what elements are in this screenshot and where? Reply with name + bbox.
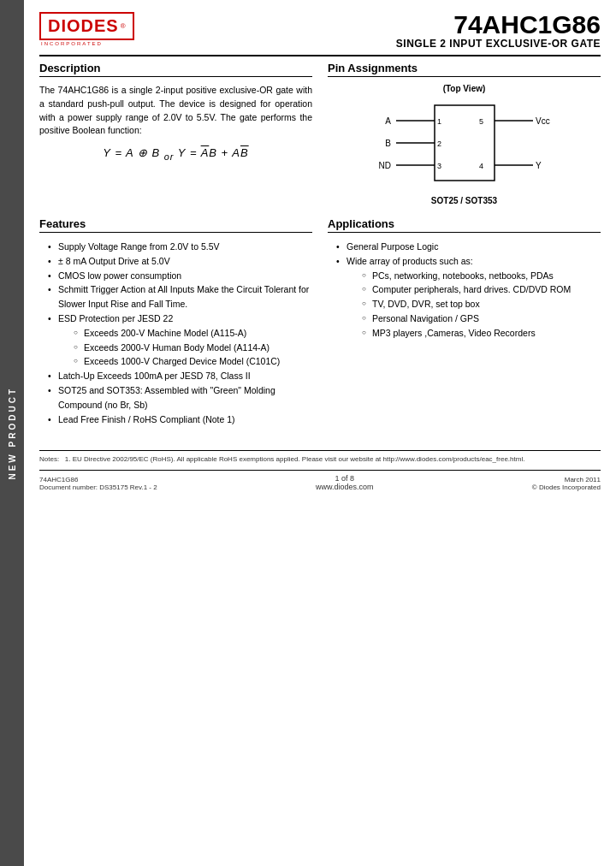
esd-1: Exceeds 200-V Machine Model (A115-A)	[72, 326, 312, 341]
description-body: The 74AHC1G86 is a single 2-input positi…	[39, 84, 312, 138]
main-content: DIODES® INCORPORATED 74AHC1G86 SINGLE 2 …	[24, 0, 616, 866]
svg-text:A: A	[385, 116, 391, 126]
svg-text:B: B	[385, 139, 391, 148]
sot-label: SOT25 / SOT353	[431, 196, 497, 205]
app-sub-4: Personal Navigation / GPS	[360, 311, 601, 326]
pin-assignments-title: Pin Assignments	[328, 62, 601, 77]
sidebar: NEW PRODUCT	[0, 0, 24, 866]
pin-svg: A 1 B 2 GND 3 5 Vcc 4	[379, 98, 550, 193]
feature-4: Schmitt Trigger Action at All Inputs Mak…	[46, 282, 312, 311]
feature-5: ESD Protection per JESD 22 Exceeds 200-V…	[46, 311, 312, 369]
pin-assignments-col: Pin Assignments (Top View) A 1 B 2	[328, 62, 601, 205]
svg-text:1: 1	[437, 117, 441, 126]
footer-doc: Document number: DS35175 Rev.1 - 2	[39, 483, 157, 491]
esd-sub-list: Exceeds 200-V Machine Model (A115-A) Exc…	[58, 326, 312, 369]
pin-top-view-label: (Top View)	[443, 84, 486, 93]
top-section: Description The 74AHC1G86 is a single 2-…	[39, 62, 601, 205]
note-text: 1. EU Directive 2002/95/EC (RoHS). All a…	[65, 455, 525, 463]
app-sub-3: TV, DVD, DVR, set top box	[360, 297, 601, 311]
svg-text:4: 4	[478, 162, 483, 170]
sidebar-label: NEW PRODUCT	[8, 387, 17, 480]
footer-date: March 2011	[532, 476, 601, 483]
logo-reg: ®	[121, 22, 126, 30]
footer: Notes: 1. EU Directive 2002/95/EC (RoHS)…	[39, 450, 601, 490]
svg-text:GND: GND	[379, 161, 391, 170]
description-title: Description	[39, 62, 312, 77]
footer-copy: © Diodes Incorporated	[532, 483, 601, 491]
esd-3: Exceeds 1000-V Charged Device Model (C10…	[72, 354, 312, 369]
note-label: Notes:	[39, 455, 65, 463]
logo-box: DIODES®	[39, 12, 134, 40]
footer-bottom: 74AHC1G86 Document number: DS35175 Rev.1…	[39, 470, 601, 491]
header-right: 74AHC1G86 SINGLE 2 INPUT EXCLUSIVE-OR GA…	[396, 12, 601, 50]
svg-text:3: 3	[437, 162, 441, 170]
svg-text:2: 2	[437, 139, 441, 148]
esd-2: Exceeds 2000-V Human Body Model (A114-A)	[72, 341, 312, 355]
applications-title: Applications	[328, 217, 601, 233]
logo-diodes: DIODES	[48, 16, 119, 36]
part-subtitle: SINGLE 2 INPUT EXCLUSIVE-OR GATE	[396, 38, 601, 50]
footer-center: 1 of 8 www.diodes.com	[316, 474, 374, 491]
bottom-section: Features Supply Voltage Range from 2.0V …	[39, 217, 601, 438]
features-col: Features Supply Voltage Range from 2.0V …	[39, 217, 312, 426]
app-1: General Purpose Logic	[335, 240, 601, 254]
applications-list: General Purpose Logic Wide array of prod…	[328, 240, 601, 341]
feature-8: Lead Free Finish / RoHS Compliant (Note …	[46, 412, 312, 427]
footer-part: 74AHC1G86	[39, 476, 157, 483]
footer-left: 74AHC1G86 Document number: DS35175 Rev.1…	[39, 476, 157, 491]
footer-url: www.diodes.com	[316, 483, 374, 491]
logo-area: DIODES® INCORPORATED	[39, 12, 134, 46]
svg-text:Y: Y	[536, 161, 542, 170]
svg-rect-0	[435, 105, 495, 181]
feature-2: ± 8 mA Output Drive at 5.0V	[46, 254, 312, 269]
header: DIODES® INCORPORATED 74AHC1G86 SINGLE 2 …	[39, 12, 601, 56]
svg-text:5: 5	[478, 117, 483, 126]
logo-incorporated: INCORPORATED	[39, 41, 103, 46]
applications-col: Applications General Purpose Logic Wide …	[328, 217, 601, 426]
app-sub-2: Computer peripherals, hard drives. CD/DV…	[360, 282, 601, 297]
svg-text:Vcc: Vcc	[536, 116, 550, 126]
footer-right: March 2011 © Diodes Incorporated	[532, 476, 601, 491]
feature-3: CMOS low power consumption	[46, 269, 312, 283]
footer-note: Notes: 1. EU Directive 2002/95/EC (RoHS)…	[39, 454, 601, 464]
app-sub-list: PCs, networking, notebooks, netbooks, PD…	[346, 269, 601, 341]
features-title: Features	[39, 217, 312, 233]
app-sub-5: MP3 players ,Cameras, Video Recorders	[360, 326, 601, 341]
description-col: Description The 74AHC1G86 is a single 2-…	[39, 62, 312, 205]
app-2: Wide array of products such as: PCs, net…	[335, 254, 601, 341]
features-list: Supply Voltage Range from 2.0V to 5.5V ±…	[39, 240, 312, 426]
part-number: 74AHC1G86	[396, 12, 601, 38]
formula: Y = A ⊕ B or Y = AB + AB	[39, 146, 312, 162]
feature-1: Supply Voltage Range from 2.0V to 5.5V	[46, 240, 312, 254]
footer-page: 1 of 8	[316, 474, 374, 483]
pin-diagram: (Top View) A 1 B 2 GND 3	[328, 84, 601, 205]
app-sub-1: PCs, networking, notebooks, netbooks, PD…	[360, 269, 601, 283]
feature-7: SOT25 and SOT353: Assembled with "Green"…	[46, 383, 312, 412]
feature-6: Latch-Up Exceeds 100mA per JESD 78, Clas…	[46, 369, 312, 383]
